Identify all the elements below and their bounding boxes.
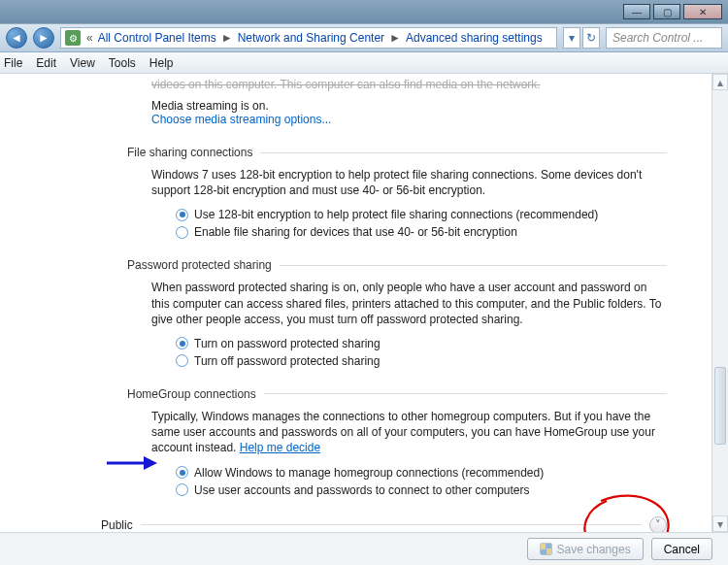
radio-128bit[interactable]: Use 128-bit encryption to help protect f… (176, 208, 667, 221)
chevron-down-icon[interactable]: ˅ (649, 516, 667, 533)
crumb-all-items[interactable]: All Control Panel Items (95, 31, 219, 45)
menu-bar: File Edit View Tools Help (0, 52, 728, 74)
scroll-thumb[interactable] (714, 367, 726, 445)
save-changes-button[interactable]: Save changes (527, 538, 644, 560)
crumb-sep-1: ► (219, 31, 235, 45)
crumb-advanced[interactable]: Advanced sharing settings (403, 31, 546, 45)
radio-icon (176, 337, 188, 349)
radio-label: Enable file sharing for devices that use… (194, 225, 517, 239)
divider (280, 265, 667, 266)
menu-help[interactable]: Help (149, 56, 174, 70)
breadcrumb[interactable]: ⚙ « All Control Panel Items ► Network an… (60, 27, 557, 49)
maximize-button[interactable]: ▢ (653, 4, 680, 19)
radio-icon (176, 466, 188, 479)
minimize-button[interactable]: — (623, 4, 650, 19)
scroll-track[interactable] (712, 90, 728, 515)
search-input[interactable]: Search Control ... (606, 27, 722, 49)
crumb-prev-sep: « (84, 31, 95, 45)
radio-icon (176, 209, 188, 221)
radio-icon (176, 483, 188, 496)
radio-homegroup-auto[interactable]: Allow Windows to manage homegroup connec… (176, 466, 667, 480)
radio-label: Turn off password protected sharing (194, 354, 380, 368)
help-me-decide-link[interactable]: Help me decide (240, 441, 320, 454)
menu-file[interactable]: File (4, 56, 22, 70)
crumb-network-sharing[interactable]: Network and Sharing Center (235, 31, 387, 45)
divider (264, 393, 667, 394)
scroll-down-icon[interactable]: ▾ (712, 515, 728, 532)
radio-password-on[interactable]: Turn on password protected sharing (176, 337, 667, 350)
public-label: Public (101, 518, 133, 532)
cancel-label: Cancel (664, 543, 700, 556)
titlebar: — ▢ ✕ (0, 0, 728, 23)
crumb-sep-2: ► (387, 31, 403, 45)
shield-icon (540, 543, 552, 555)
close-button[interactable]: ✕ (683, 4, 722, 19)
cancel-button[interactable]: Cancel (651, 538, 712, 560)
content-area: videos on this computer. This computer c… (0, 74, 728, 532)
section-password: Password protected sharing (127, 258, 667, 272)
radio-label: Allow Windows to manage homegroup connec… (194, 466, 544, 480)
radio-icon (176, 354, 188, 367)
back-button[interactable]: ◄ (6, 27, 27, 49)
settings-panel: videos on this computer. This computer c… (0, 74, 711, 532)
forward-button[interactable]: ► (33, 27, 54, 49)
section-title-password: Password protected sharing (127, 258, 272, 272)
divider (141, 524, 642, 525)
nav-bar: ◄ ► ⚙ « All Control Panel Items ► Networ… (0, 23, 728, 52)
refresh-group: ▾ ↻ (563, 27, 600, 49)
file-sharing-desc: Windows 7 uses 128-bit encryption to hel… (151, 167, 667, 198)
media-options-link[interactable]: Choose media streaming options... (151, 113, 667, 126)
radio-password-off[interactable]: Turn off password protected sharing (176, 354, 667, 368)
media-status: Media streaming is on. (151, 99, 667, 113)
window-buttons: — ▢ ✕ (623, 4, 722, 19)
scrollbar[interactable]: ▴ ▾ (711, 74, 728, 532)
radio-homegroup-user[interactable]: Use user accounts and passwords to conne… (176, 483, 667, 497)
public-profile-header[interactable]: Public ˅ (101, 516, 667, 533)
refresh-button[interactable]: ↻ (582, 27, 600, 49)
radio-label: Turn on password protected sharing (194, 337, 381, 350)
radio-label: Use 128-bit encryption to help protect f… (194, 208, 598, 221)
menu-view[interactable]: View (70, 56, 95, 70)
section-title-homegroup: HomeGroup connections (127, 387, 256, 401)
password-desc: When password protected sharing is on, o… (151, 280, 667, 327)
truncated-prev-line: videos on this computer. This computer c… (151, 78, 667, 91)
scroll-up-icon[interactable]: ▴ (712, 74, 728, 90)
divider (260, 152, 667, 153)
section-file-sharing: File sharing connections (127, 146, 667, 159)
save-label: Save changes (557, 543, 631, 556)
radio-icon (176, 226, 188, 239)
menu-edit[interactable]: Edit (36, 56, 56, 70)
section-title-file-sharing: File sharing connections (127, 146, 252, 159)
menu-tools[interactable]: Tools (109, 56, 136, 70)
section-homegroup: HomeGroup connections (127, 387, 667, 401)
homegroup-desc: Typically, Windows manages the connectio… (151, 409, 667, 456)
footer-bar: Save changes Cancel (0, 532, 728, 565)
address-dropdown[interactable]: ▾ (563, 27, 580, 49)
control-panel-icon: ⚙ (65, 30, 81, 46)
radio-label: Use user accounts and passwords to conne… (194, 483, 530, 497)
radio-40-56bit[interactable]: Enable file sharing for devices that use… (176, 225, 667, 239)
homegroup-desc-text: Typically, Windows manages the connectio… (151, 410, 655, 454)
